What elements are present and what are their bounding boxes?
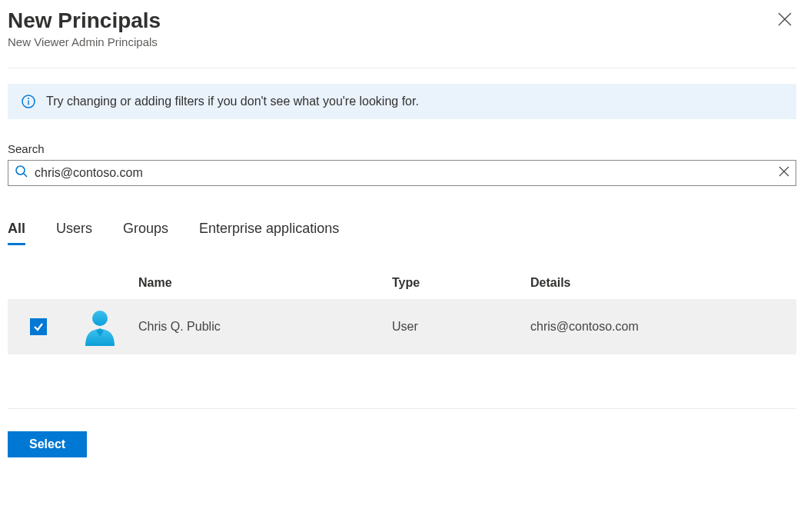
search-icon: [15, 165, 28, 181]
row-type: User: [392, 320, 530, 334]
column-header-type[interactable]: Type: [392, 276, 530, 290]
select-button[interactable]: Select: [8, 431, 87, 457]
svg-point-3: [16, 166, 25, 175]
table-header-row: Name Type Details: [8, 276, 796, 299]
row-checkbox[interactable]: [30, 318, 47, 335]
user-avatar-icon: [81, 308, 119, 346]
close-icon: [778, 12, 792, 26]
tab-users[interactable]: Users: [56, 221, 92, 245]
tab-enterprise-applications[interactable]: Enterprise applications: [199, 221, 339, 245]
tab-groups[interactable]: Groups: [123, 221, 168, 245]
row-name: Chris Q. Public: [138, 320, 392, 334]
close-icon: [779, 166, 789, 177]
footer-divider: [8, 408, 796, 409]
page-subtitle: New Viewer Admin Principals: [8, 35, 161, 48]
tab-all[interactable]: All: [8, 221, 25, 245]
tabs: All Users Groups Enterprise applications: [8, 221, 796, 245]
column-header-name[interactable]: Name: [138, 276, 392, 290]
svg-point-5: [92, 311, 108, 326]
page-title: New Principals: [8, 8, 161, 34]
search-input[interactable]: [28, 163, 779, 183]
info-bar-text: Try changing or adding filters if you do…: [46, 95, 419, 108]
column-header-details[interactable]: Details: [530, 276, 789, 290]
row-details: chris@contoso.com: [530, 320, 789, 334]
search-label: Search: [8, 142, 796, 155]
close-button[interactable]: [773, 8, 796, 33]
results-table: Name Type Details: [8, 276, 796, 354]
svg-point-1: [28, 98, 29, 99]
check-icon: [33, 321, 44, 332]
clear-search-button[interactable]: [779, 166, 789, 179]
svg-rect-2: [28, 100, 28, 105]
info-icon: [22, 95, 35, 108]
svg-line-4: [24, 174, 27, 177]
divider: [8, 68, 796, 68]
info-bar: Try changing or adding filters if you do…: [8, 84, 796, 119]
table-row[interactable]: Chris Q. Public User chris@contoso.com: [8, 299, 796, 354]
search-box[interactable]: [8, 160, 796, 186]
